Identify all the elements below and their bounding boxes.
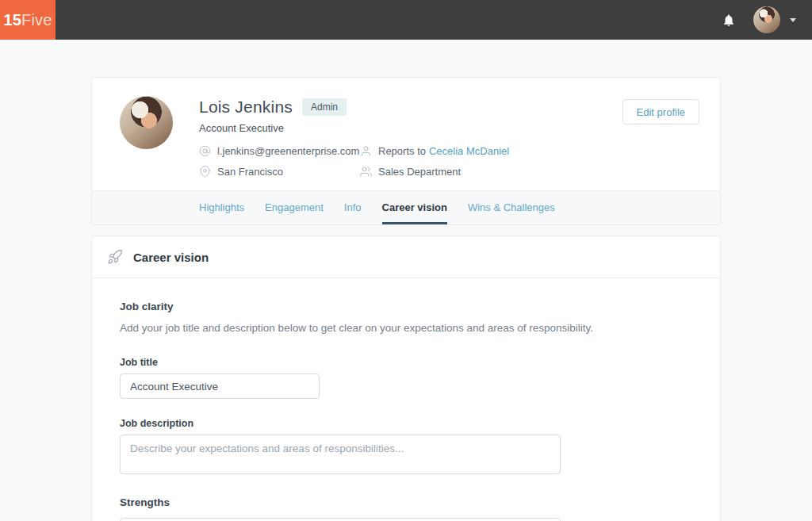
user-avatar[interactable] (753, 6, 780, 33)
rocket-icon (107, 249, 123, 265)
strengths-heading: Strengths (120, 496, 692, 508)
profile-avatar (120, 96, 173, 149)
job-description-textarea[interactable] (120, 435, 561, 474)
contact-details: l.jenkins@greenenterprise.com Reports to… (199, 145, 509, 178)
person-icon (360, 145, 372, 157)
edit-profile-button[interactable]: Edit profile (622, 99, 699, 125)
tab-wins-challenges[interactable]: Wins & Challenges (468, 191, 555, 224)
app-logo[interactable]: 15Five (0, 0, 56, 40)
notifications-button[interactable] (722, 13, 736, 28)
at-sign-icon (199, 145, 211, 157)
topbar: 15Five (0, 0, 812, 40)
profile-tabs: Highlights Engagement Info Career vision… (92, 190, 720, 224)
profile-role: Account Executive (199, 122, 509, 134)
reports-to-link[interactable]: Cecelia McDaniel (429, 145, 509, 157)
admin-badge: Admin (302, 98, 347, 116)
profile-info: Lois Jenkins Admin Account Executive l.j… (199, 96, 509, 178)
logo-text-light: Five (21, 11, 52, 29)
tab-career-vision[interactable]: Career vision (382, 191, 447, 224)
logo-text-bold: 15 (3, 11, 21, 29)
department-value: Sales Department (378, 166, 461, 178)
tab-highlights[interactable]: Highlights (199, 191, 244, 224)
bell-icon (722, 13, 736, 28)
tab-info[interactable]: Info (344, 191, 362, 224)
people-icon (360, 166, 372, 178)
profile-card: Lois Jenkins Admin Account Executive l.j… (91, 77, 721, 225)
location-item: San Francisco (199, 166, 360, 178)
page-content: Lois Jenkins Admin Account Executive l.j… (91, 77, 721, 521)
career-vision-body: Job clarity Add your job title and descr… (92, 278, 720, 521)
name-row: Lois Jenkins Admin (199, 98, 509, 117)
reports-to-label: Reports to (378, 145, 426, 157)
job-clarity-heading: Job clarity (120, 301, 692, 312)
caret-down-icon[interactable] (790, 18, 796, 22)
profile-name: Lois Jenkins (199, 98, 293, 117)
profile-header: Lois Jenkins Admin Account Executive l.j… (92, 78, 720, 178)
career-vision-card: Career vision Job clarity Add your job t… (91, 236, 721, 521)
job-title-input[interactable] (120, 374, 320, 399)
tab-engagement[interactable]: Engagement (265, 191, 324, 224)
topbar-actions (722, 6, 812, 33)
email-item: l.jenkins@greenenterprise.com (199, 145, 360, 157)
career-vision-header: Career vision (92, 236, 720, 278)
department-item: Sales Department (360, 166, 509, 178)
job-clarity-description: Add your job title and description below… (120, 322, 692, 334)
reports-to-item: Reports to Cecelia McDaniel (360, 145, 509, 157)
strengths-input[interactable] (120, 518, 561, 521)
map-pin-icon (199, 166, 211, 178)
job-title-label: Job title (120, 357, 692, 368)
location-value: San Francisco (217, 166, 283, 178)
job-description-label: Job description (120, 418, 692, 429)
career-vision-title: Career vision (133, 251, 209, 264)
email-value: l.jenkins@greenenterprise.com (217, 145, 359, 157)
